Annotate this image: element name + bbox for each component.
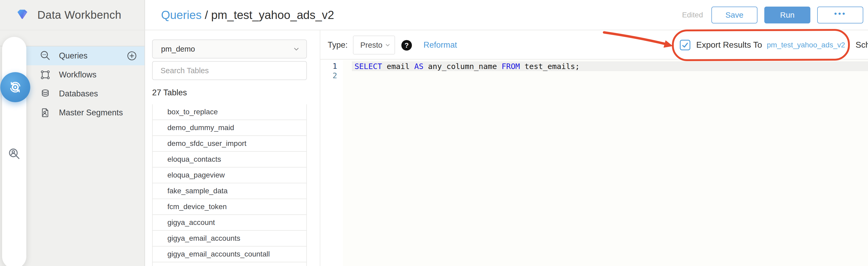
chevron-down-icon xyxy=(293,45,300,53)
table-list: box_to_replace demo_dummy_maid demo_sfdc… xyxy=(152,104,307,266)
export-target-link[interactable]: pm_test_yahoo_ads_v2 xyxy=(767,41,845,49)
engine-selector-value: Presto xyxy=(360,41,382,50)
edited-status-badge: Edited xyxy=(682,11,703,19)
editor-header: Type: Presto ? Reformat xyxy=(320,30,868,60)
sql-token: any_column_name xyxy=(424,62,502,71)
data-workbench-app: Data Workbench Queries / pm_test_yahoo_a… xyxy=(0,0,868,266)
sidebar-item-label: Databases xyxy=(59,89,98,98)
app-title: Data Workbench xyxy=(37,9,121,21)
table-row[interactable]: fcm_device_token xyxy=(152,199,307,215)
table-name: gigya_email_accounts xyxy=(167,234,240,242)
search-tables-input[interactable] xyxy=(152,61,307,80)
export-results-label: Export Results To xyxy=(696,40,762,50)
table-name: fake_sample_data xyxy=(167,187,228,195)
app-logo-gem-icon xyxy=(15,7,29,23)
queries-magnifier-icon xyxy=(39,50,52,62)
table-row[interactable]: gigya_email_accounts xyxy=(152,231,307,246)
breadcrumb-queries-link[interactable]: Queries xyxy=(161,8,202,22)
line-number: 2 xyxy=(333,71,337,81)
table-row[interactable]: gmb_accounts xyxy=(152,262,307,266)
table-name: gigya_email_accounts_countall xyxy=(167,250,270,258)
table-count-label: 27 Tables xyxy=(152,88,307,97)
schedule-link-clipped[interactable]: Sch xyxy=(856,40,868,50)
breadcrumb: Queries / pm_test_yahoo_ads_v2 xyxy=(161,0,334,30)
databases-icon xyxy=(39,87,52,100)
tables-panel: pm_demo 27 Tables box_to_replace demo_du… xyxy=(152,39,307,266)
line-number: 1 xyxy=(333,61,337,71)
checkmark-icon xyxy=(681,41,689,49)
sidebar-item-databases[interactable]: Databases xyxy=(26,84,145,103)
sql-token: FROM xyxy=(502,62,520,71)
table-name: box_to_replace xyxy=(167,108,218,116)
line-number-gutter: 1 2 xyxy=(320,60,343,266)
table-row[interactable]: gigya_email_accounts_countall xyxy=(152,246,307,262)
table-name: eloqua_contacts xyxy=(167,155,221,164)
sql-code-area[interactable]: 1 2 SELECT email AS any_column_name FROM… xyxy=(320,60,868,266)
annotation-red-arrow xyxy=(602,28,676,57)
header-actions: Edited Save Run ••• xyxy=(682,0,863,30)
table-row[interactable]: eloqua_pageview xyxy=(152,168,307,183)
audience-search-icon[interactable] xyxy=(7,147,22,161)
sql-token: email xyxy=(382,62,414,71)
query-editor-panel: Type: Presto ? Reformat xyxy=(320,30,868,266)
brand-area: Data Workbench xyxy=(0,0,145,30)
table-row[interactable]: eloqua_contacts xyxy=(152,152,307,168)
table-name: eloqua_pageview xyxy=(167,171,225,179)
search-tables-box xyxy=(152,61,307,80)
icon-rail xyxy=(2,37,26,266)
table-row[interactable]: gigya_account xyxy=(152,215,307,231)
sidebar-menu: Queries Workflows xyxy=(26,46,145,122)
sql-token: test_emails; xyxy=(520,62,580,71)
sidebar-item-master-segments[interactable]: Master Segments xyxy=(26,103,145,122)
table-name: demo_sfdc_user_import xyxy=(167,139,246,148)
export-results-checkbox[interactable] xyxy=(680,40,690,50)
breadcrumb-page-title: pm_test_yahoo_ads_v2 xyxy=(211,8,334,22)
sidebar-item-queries[interactable]: Queries xyxy=(26,46,145,65)
sidebar-item-label: Master Segments xyxy=(59,108,123,117)
type-label: Type: xyxy=(328,30,348,60)
database-selector-value: pm_demo xyxy=(161,45,195,54)
chevron-down-icon xyxy=(384,42,391,48)
save-button[interactable]: Save xyxy=(711,7,757,24)
table-row[interactable]: demo_dummy_maid xyxy=(152,120,307,136)
table-row[interactable]: box_to_replace xyxy=(152,104,307,120)
table-name: fcm_device_token xyxy=(167,203,227,211)
export-area: Export Results To pm_test_yahoo_ads_v2 S… xyxy=(680,30,868,60)
master-segments-icon xyxy=(39,107,52,119)
sql-token: SELECT xyxy=(354,62,382,71)
run-button[interactable]: Run xyxy=(764,7,810,24)
table-name: demo_dummy_maid xyxy=(167,123,234,132)
export-results-group: Export Results To pm_test_yahoo_ads_v2 xyxy=(680,40,845,50)
top-header: Data Workbench Queries / pm_test_yahoo_a… xyxy=(0,0,868,30)
sidebar-item-label: Queries xyxy=(59,51,88,61)
more-options-button[interactable]: ••• xyxy=(817,7,863,24)
sidebar-item-label: Workflows xyxy=(59,70,96,80)
sql-token: AS xyxy=(414,62,424,71)
table-row[interactable]: fake_sample_data xyxy=(152,183,307,199)
breadcrumb-separator: / xyxy=(205,8,208,22)
sidebar-item-workflows[interactable]: Workflows xyxy=(26,65,145,84)
sql-statement: SELECT email AS any_column_name FROM tes… xyxy=(354,61,580,71)
engine-selector[interactable]: Presto xyxy=(353,35,395,55)
help-icon[interactable]: ? xyxy=(401,40,412,51)
database-selector[interactable]: pm_demo xyxy=(152,39,307,58)
reformat-link[interactable]: Reformat xyxy=(424,30,457,60)
workflows-icon xyxy=(39,68,52,81)
table-row[interactable]: demo_sfdc_user_import xyxy=(152,136,307,152)
table-name: gigya_account xyxy=(167,218,215,227)
new-query-plus-icon[interactable] xyxy=(126,50,138,62)
data-workbench-active-icon[interactable] xyxy=(0,72,30,102)
